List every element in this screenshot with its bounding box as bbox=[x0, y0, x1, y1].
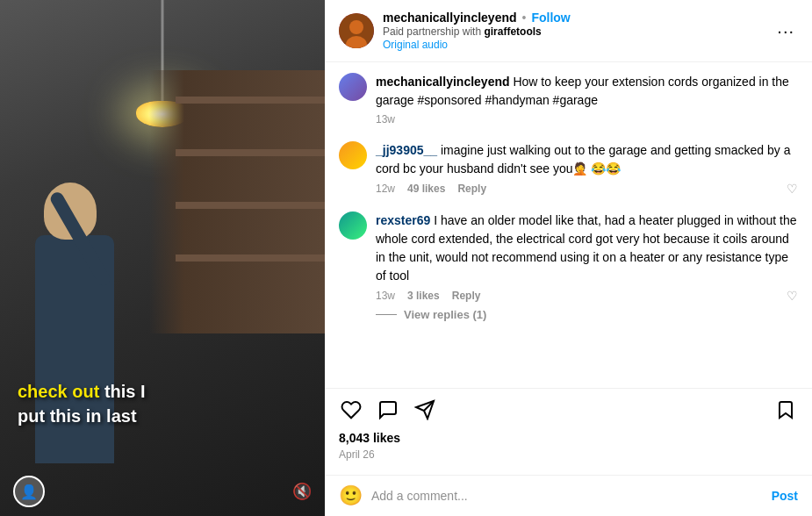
shelf-4 bbox=[176, 254, 325, 262]
post-header: mechanicallyincleyend • Follow Paid part… bbox=[325, 0, 812, 62]
action-icons-row bbox=[339, 398, 798, 422]
likes-count: 8,043 likes bbox=[339, 431, 798, 445]
avatar-image bbox=[339, 13, 374, 48]
post-avatar bbox=[339, 13, 374, 48]
bookmark-icon bbox=[775, 399, 796, 420]
video-caption: check out this Iput this in last bbox=[18, 379, 146, 428]
comment-content-2: imagine just walking out to the garage a… bbox=[376, 143, 790, 176]
follow-button[interactable]: Follow bbox=[531, 11, 570, 25]
post-date: April 26 bbox=[339, 448, 798, 461]
comments-area: mechanicallyincleyend How to keep your e… bbox=[325, 62, 812, 388]
shelf-3 bbox=[176, 202, 325, 209]
comment-likes-2: 49 likes bbox=[407, 183, 445, 195]
emoji-button[interactable]: 🙂 bbox=[339, 484, 363, 507]
video-background: check out this Iput this in last 👤 🔇 bbox=[0, 0, 325, 516]
separator: • bbox=[522, 11, 527, 25]
comment-body-3: rexster69 I have an older model like tha… bbox=[376, 211, 798, 321]
bookmark-button[interactable] bbox=[773, 398, 798, 422]
view-replies-text[interactable]: View replies (1) bbox=[404, 308, 486, 321]
shelf-1 bbox=[176, 97, 325, 104]
shelf-area bbox=[149, 70, 325, 333]
comment-item: mechanicallyincleyend How to keep your e… bbox=[339, 73, 798, 125]
mute-icon: 🔇 bbox=[292, 482, 312, 501]
comment-icon bbox=[377, 399, 399, 420]
comment-body-2: _jj93905__ imagine just walking out to t… bbox=[376, 141, 798, 196]
partnership-brand: giraffetools bbox=[484, 25, 541, 38]
comment-text-1: mechanicallyincleyend How to keep your e… bbox=[376, 73, 798, 110]
comment-heart-icon-2[interactable]: ♡ bbox=[787, 182, 798, 196]
comment-username-1[interactable]: mechanicallyincleyend bbox=[376, 75, 510, 89]
partnership-label: Paid partnership with bbox=[383, 25, 484, 38]
header-top: mechanicallyincleyend • Follow bbox=[383, 11, 765, 25]
garage-scene bbox=[0, 0, 325, 516]
comment-meta-3: 13w 3 likes Reply ♡ bbox=[376, 289, 798, 303]
heart-icon bbox=[341, 399, 362, 420]
svg-point-1 bbox=[349, 20, 363, 34]
original-audio[interactable]: Original audio bbox=[383, 39, 765, 51]
view-replies[interactable]: View replies (1) bbox=[376, 308, 798, 321]
share-button[interactable] bbox=[413, 398, 437, 422]
comment-username-2[interactable]: _jj93905__ bbox=[376, 143, 437, 157]
header-info: mechanicallyincleyend • Follow Paid part… bbox=[383, 11, 765, 51]
caption-highlight: check out bbox=[18, 382, 99, 401]
shelf-2 bbox=[176, 149, 325, 156]
post-comment-button[interactable]: Post bbox=[772, 489, 798, 503]
video-controls: 👤 🔇 bbox=[0, 476, 325, 507]
add-comment-row: 🙂 Post bbox=[325, 475, 812, 516]
post-username[interactable]: mechanicallyincleyend bbox=[383, 11, 517, 25]
comment-avatar-3 bbox=[339, 211, 367, 240]
share-icon bbox=[414, 399, 435, 420]
comment-username-3[interactable]: rexster69 bbox=[376, 213, 430, 227]
user-avatar-small: 👤 bbox=[13, 476, 45, 507]
comment-avatar-1 bbox=[339, 73, 367, 101]
reply-button-2[interactable]: Reply bbox=[457, 183, 486, 195]
comment-item-2: _jj93905__ imagine just walking out to t… bbox=[339, 141, 798, 196]
comment-text-3: rexster69 I have an older model like tha… bbox=[376, 211, 798, 285]
reply-button-3[interactable]: Reply bbox=[452, 290, 481, 302]
comment-item-3: rexster69 I have an older model like tha… bbox=[339, 211, 798, 321]
video-panel: check out this Iput this in last 👤 🔇 bbox=[0, 0, 325, 516]
comment-button[interactable] bbox=[376, 398, 400, 422]
comment-meta-1: 13w bbox=[376, 113, 798, 125]
comment-input[interactable] bbox=[371, 489, 763, 503]
comment-avatar-2 bbox=[339, 141, 367, 169]
comment-text-2: _jj93905__ imagine just walking out to t… bbox=[376, 141, 798, 178]
comment-body-1: mechanicallyincleyend How to keep your e… bbox=[376, 73, 798, 125]
heart-button[interactable] bbox=[339, 398, 363, 422]
user-person-icon: 👤 bbox=[20, 484, 38, 500]
view-replies-line bbox=[376, 314, 397, 315]
action-bar: 8,043 likes April 26 bbox=[325, 388, 812, 475]
post-panel: mechanicallyincleyend • Follow Paid part… bbox=[325, 0, 812, 516]
comment-time-2: 12w bbox=[376, 183, 395, 195]
comment-time-3: 13w bbox=[376, 290, 395, 302]
comment-likes-3: 3 likes bbox=[407, 290, 440, 302]
more-options-button[interactable]: ··· bbox=[773, 21, 798, 41]
comment-time-1: 13w bbox=[376, 113, 395, 125]
partnership-text: Paid partnership with giraffetools bbox=[383, 25, 765, 38]
comment-meta-2: 12w 49 likes Reply ♡ bbox=[376, 182, 798, 196]
comment-content-3: I have an older model like that, had a h… bbox=[376, 213, 796, 283]
comment-heart-icon-3[interactable]: ♡ bbox=[787, 289, 798, 303]
